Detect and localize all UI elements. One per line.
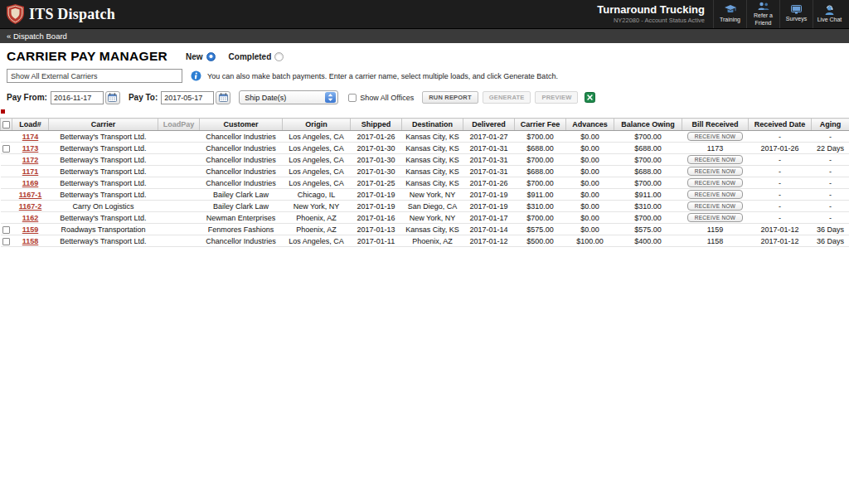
run-report-button[interactable]: RUN REPORT [422,91,478,104]
table-row: 1162Betterway's Transport Ltd.Newman Ent… [1,212,849,224]
cell-advances: $0.00 [566,212,614,224]
excel-grid-icon [585,92,595,103]
load-link[interactable]: 1169 [22,179,39,187]
receive-now-button[interactable]: RECEIVE NOW [687,201,744,211]
cell-carrier: Betterway's Transport Ltd. [49,131,158,143]
cell-destination: Kansas City, KS [402,166,463,177]
cell-received-date: 2017-01-12 [749,224,812,235]
cell-aging: - [812,189,849,201]
cell-customer: Chancellor Industries [200,166,283,177]
nav-training[interactable]: Training [713,0,746,28]
cell-delivered: 2017-01-14 [463,224,515,235]
preview-button[interactable]: PREVIEW [535,91,578,104]
table-row: 1171Betterway's Transport Ltd.Chancellor… [1,166,849,177]
cell-select[interactable] [1,143,12,154]
cell-select [1,154,12,166]
cell-received-date: - [749,131,812,143]
pay-from-calendar-icon[interactable] [105,91,120,104]
cell-select[interactable] [1,235,12,247]
cell-destination: Kansas City, KS [402,177,463,189]
radio-new[interactable] [206,52,216,61]
show-all-offices-checkbox[interactable] [348,94,357,102]
cell-received-date: 2017-01-26 [749,143,812,154]
cell-balance-owing: $700.00 [614,131,682,143]
cell-carrier-fee: $700.00 [515,177,566,189]
cell-received-date: - [749,212,812,224]
table-row: 1159Roadways TransportationFenmores Fash… [1,224,849,235]
cell-balance-owing: $700.00 [614,177,682,189]
nav-refer-a-friend[interactable]: Refer a Friend [746,0,779,28]
col-header-carrier: Carrier [49,119,158,131]
nav-live-chat[interactable]: Live Chat [813,0,846,28]
cell-delivered: 2017-01-31 [463,154,515,166]
brand-shield-icon [7,4,24,24]
cell-carrier-fee: $688.00 [515,143,566,154]
cell-select [1,177,12,189]
pay-to-calendar-icon[interactable] [216,91,230,104]
row-checkbox[interactable] [2,145,10,153]
dispatch-board-link[interactable]: « Dispatch Board [7,32,67,41]
select-all-checkbox[interactable] [2,121,10,128]
row-checkbox[interactable] [2,238,10,245]
carrier-search-input[interactable] [7,69,182,83]
cell-aging: 36 Days [812,235,849,247]
load-link[interactable]: 1174 [22,133,39,141]
generate-button[interactable]: GENERATE [483,91,531,104]
filter-row: Pay From: Pay To: Ship Date(s) Sh [0,85,849,108]
cell-delivered: 2017-01-17 [463,212,515,224]
load-link[interactable]: 1173 [22,144,39,153]
cell-customer: Chancellor Industries [200,131,283,143]
table-row: 1167-2Carry On LogisticsBailey Clark Law… [1,201,849,212]
receive-now-button[interactable]: RECEIVE NOW [687,132,744,141]
pay-to-input[interactable] [161,91,214,104]
cell-customer: Fenmores Fashions [200,224,283,235]
info-icon [191,70,201,81]
excel-export-button[interactable] [585,92,595,103]
cell-shipped: 2017-01-13 [351,224,402,235]
nav-surveys[interactable]: Surveys [779,0,813,28]
cell-aging: - [812,131,849,143]
cell-select [1,131,12,143]
cell-received-date: - [749,166,812,177]
load-link[interactable]: 1167-1 [19,191,42,199]
table-head: Load#CarrierLoadPayCustomerOriginShipped… [1,119,849,131]
cell-advances: $0.00 [566,166,614,177]
nav-training-label: Training [720,17,740,23]
cell-loadpay [158,166,200,177]
receive-now-button[interactable]: RECEIVE NOW [687,190,744,199]
cell-advances: $0.00 [566,131,614,143]
date-type-value: Ship Date(s) [245,94,286,102]
cell-bill-received: RECEIVE NOW [682,166,749,177]
load-link[interactable]: 1158 [22,237,39,245]
monitor-icon [791,5,802,14]
receive-now-button[interactable]: RECEIVE NOW [687,155,744,164]
cell-delivered: 2017-01-26 [463,177,515,189]
load-link[interactable]: 1162 [22,214,39,222]
date-type-select[interactable]: Ship Date(s) [239,90,338,104]
cell-shipped: 2017-01-16 [351,212,402,224]
receive-now-button[interactable]: RECEIVE NOW [687,167,744,176]
people-icon [758,2,769,11]
col-header-customer: Customer [200,119,283,131]
load-link[interactable]: 1167-2 [19,202,42,211]
table-row: 1169Betterway's Transport Ltd.Chancellor… [1,177,849,189]
cell-carrier: Roadways Transportation [49,224,158,235]
cell-customer: Newman Enterprises [200,212,283,224]
row-checkbox[interactable] [2,226,10,234]
cell-load: 1167-2 [12,201,49,212]
select-all-header[interactable] [1,119,12,131]
pay-from-input[interactable] [51,91,104,104]
cell-destination: San Diego, CA [402,201,463,212]
radio-completed[interactable] [274,52,284,61]
cell-select [1,201,12,212]
cell-select [1,212,12,224]
receive-now-button[interactable]: RECEIVE NOW [687,178,744,187]
load-link[interactable]: 1172 [22,156,39,164]
cell-customer: Bailey Clark Law [200,189,283,201]
receive-now-button[interactable]: RECEIVE NOW [687,213,744,222]
load-link[interactable]: 1159 [22,225,39,234]
cell-select[interactable] [1,224,12,235]
load-link[interactable]: 1171 [22,167,39,176]
col-header-bill-received: Bill Received [682,119,749,131]
batch-hint: You can also make batch payments. Enter … [207,72,558,80]
